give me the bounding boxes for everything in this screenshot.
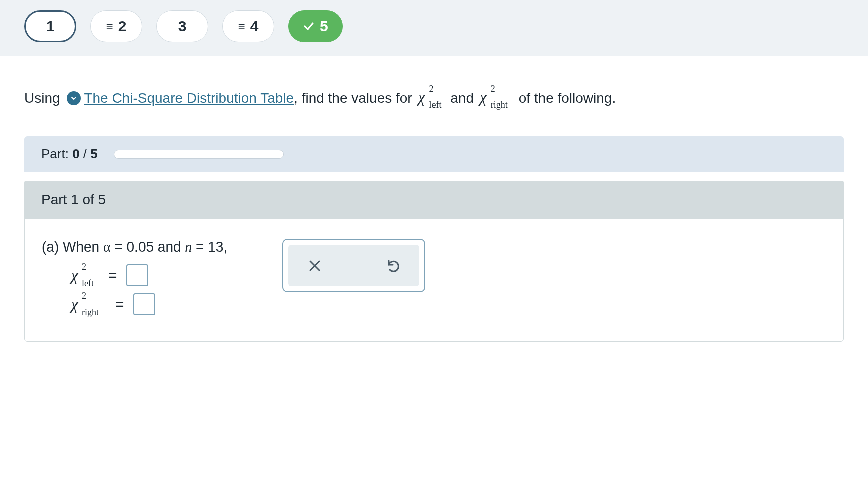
reset-button[interactable] — [381, 254, 404, 277]
nav-pill-4[interactable]: ≡ 4 — [222, 10, 274, 42]
prompt-and: and — [447, 88, 478, 109]
check-icon — [303, 20, 315, 32]
chi-square-left-symbol: χ2left — [71, 266, 97, 285]
part-body: (a) When α = 0.05 and n = 13, χ2left = χ… — [24, 219, 844, 342]
chevron-down-icon[interactable] — [67, 91, 81, 105]
question-prompt: Using The Chi-Square Distribution Table … — [24, 85, 844, 108]
nav-pill-label: 3 — [178, 18, 187, 35]
clear-button[interactable] — [303, 254, 326, 277]
question-column: (a) When α = 0.05 and n = 13, χ2left = χ… — [42, 239, 227, 315]
equals-sign: = — [108, 267, 117, 284]
prompt-lead: Using — [24, 88, 64, 109]
list-icon: ≡ — [106, 21, 113, 33]
prompt-tail: of the following. — [515, 88, 616, 109]
answer-action-panel — [282, 239, 425, 292]
chi-square-right-symbol: χ2right — [480, 85, 513, 108]
part-progress-label: Part: 0 / 5 — [41, 146, 98, 162]
chi-square-left-symbol: χ2left — [418, 85, 444, 108]
nav-pill-label: 4 — [250, 18, 259, 35]
nav-pill-label: 2 — [118, 18, 127, 35]
chi-square-right-symbol: χ2right — [71, 295, 104, 314]
chi-left-input[interactable] — [126, 264, 148, 286]
answer-action-inner — [288, 245, 419, 286]
question-nav: 1 ≡ 2 3 ≡ 4 5 — [0, 0, 868, 56]
list-icon: ≡ — [238, 21, 245, 33]
part-progress-bar: Part: 0 / 5 — [24, 136, 844, 172]
nav-pill-label: 1 — [46, 18, 55, 35]
undo-icon — [385, 258, 401, 274]
chi-square-table-link[interactable]: The Chi-Square Distribution Table — [84, 88, 294, 109]
question-text: (a) When α = 0.05 and n = 13, — [42, 239, 227, 255]
part-header: Part 1 of 5 — [24, 181, 844, 219]
nav-pill-1[interactable]: 1 — [24, 10, 76, 42]
equals-sign: = — [115, 296, 124, 313]
content-area: Using The Chi-Square Distribution Table … — [0, 56, 868, 342]
prompt-mid: , find the values for — [294, 88, 416, 109]
chi-right-input[interactable] — [133, 293, 155, 315]
progress-track — [114, 150, 284, 159]
equation-row-right: χ2right = — [69, 293, 227, 315]
nav-pill-3[interactable]: 3 — [156, 10, 208, 42]
equation-row-left: χ2left = — [69, 264, 227, 286]
nav-pill-5[interactable]: 5 — [288, 10, 343, 42]
close-icon — [307, 258, 322, 273]
nav-pill-label: 5 — [320, 18, 328, 35]
nav-pill-2[interactable]: ≡ 2 — [90, 10, 142, 42]
